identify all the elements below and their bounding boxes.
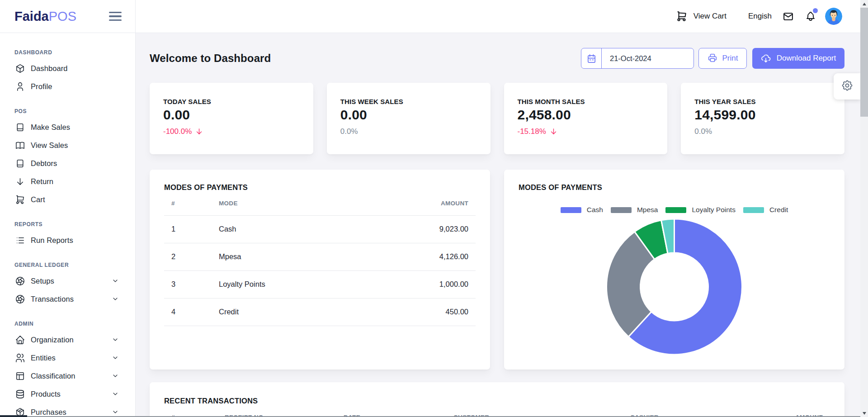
stat-value: 14,599.00 [694, 107, 831, 123]
payments-col-num: # [164, 192, 212, 215]
payment-num: 1 [164, 215, 212, 243]
menu-toggle-button[interactable] [109, 12, 122, 21]
avatar[interactable] [825, 8, 842, 25]
recent-col-cashier: CASHIER [623, 405, 731, 417]
payments-col-mode: MODE [212, 192, 366, 215]
stat-card: THIS MONTH SALES2,458.00-15.18% [504, 83, 668, 154]
sidebar-item-run-reports[interactable]: Run Reports [0, 231, 135, 249]
aperture-icon [14, 275, 25, 286]
payments-table-row: 2Mpesa4,126.00 [164, 243, 476, 270]
download-report-button[interactable]: Download Report [752, 48, 844, 69]
sidebar-item-organization[interactable]: Organization [0, 331, 135, 349]
date-picker[interactable]: 21-Oct-2024 [581, 48, 694, 69]
sidebar-item-make-sales[interactable]: Make Sales [0, 118, 135, 136]
stat-label: THIS YEAR SALES [694, 98, 831, 105]
sidebar-item-label: Classification [31, 372, 112, 380]
stat-value: 2,458.00 [518, 107, 654, 123]
mail-icon [783, 11, 794, 22]
sidebar-item-setups[interactable]: Setups [0, 272, 135, 290]
sidebar-item-products[interactable]: Products [0, 385, 135, 403]
sidebar-header: FaidaPOS [0, 0, 135, 33]
sidebar-item-label: Purchases [31, 408, 112, 417]
home-icon [14, 334, 25, 345]
print-button[interactable]: Print [698, 48, 747, 69]
stat-card: TODAY SALES0.00-100.0% [150, 83, 313, 154]
payments-table: # MODE AMOUNT 1Cash9,023.002Mpesa4,126.0… [164, 192, 476, 326]
menu-icon [109, 12, 122, 13]
notifications-button[interactable] [805, 11, 816, 22]
sidebar-item-label: Setups [31, 277, 112, 285]
view-cart-label: View Cart [693, 12, 726, 21]
recent-col-num: # [164, 405, 217, 417]
stat-card: THIS YEAR SALES14,599.000.0% [681, 83, 844, 154]
scrollbar-thumb[interactable] [860, 8, 868, 117]
sidebar-item-cart[interactable]: Cart [0, 190, 135, 208]
sidebar-item-entities[interactable]: Entities [0, 349, 135, 367]
payments-table-row: 1Cash9,023.00 [164, 215, 476, 243]
users-icon [14, 352, 25, 363]
scrollbar-down-button[interactable] [860, 409, 868, 417]
topbar-actions: View Cart Engish [676, 8, 860, 25]
stat-label: THIS MONTH SALES [518, 98, 654, 105]
payment-amount: 1,000.00 [366, 270, 476, 298]
messages-button[interactable] [783, 11, 794, 22]
settings-gear-button[interactable] [834, 73, 860, 100]
stat-value: 0.00 [340, 107, 477, 123]
chevron-down-icon [112, 277, 119, 284]
payment-mode: Mpesa [212, 243, 366, 270]
recent-transactions-card: RECENT TRANSACTIONS # RECEIPT NO DATE CU… [150, 382, 844, 417]
payment-mode: Credit [212, 298, 366, 326]
book-open-icon [14, 140, 25, 151]
user-icon [14, 81, 25, 92]
calendar-icon [581, 48, 602, 68]
payment-num: 4 [164, 298, 212, 326]
recent-col-amount: AMOUNT [731, 405, 830, 417]
chevron-down-icon [112, 408, 119, 416]
brand-accent: POS [49, 9, 76, 24]
view-cart-button[interactable]: View Cart [676, 10, 726, 22]
payment-amount: 4,126.00 [366, 243, 476, 270]
layout-icon [14, 370, 25, 381]
main-content: Welcome to Dashboard 21-Oct-2024 Print D… [136, 33, 860, 417]
sidebar-item-label: Entities [31, 354, 112, 362]
print-label: Print [722, 54, 738, 63]
nav-section-header: DASHBOARD [0, 47, 135, 58]
sidebar-item-label: Transactions [31, 295, 112, 303]
sidebar-item-transactions[interactable]: Transactions [0, 290, 135, 308]
payments-table-title: MODES OF PAYMENTS [164, 183, 476, 192]
sidebar-item-classification[interactable]: Classification [0, 367, 135, 385]
sidebar-item-return[interactable]: Return [0, 172, 135, 190]
sidebar-item-label: Return [31, 177, 119, 186]
payment-mode: Cash [212, 215, 366, 243]
sidebar-item-view-sales[interactable]: View Sales [0, 136, 135, 154]
sidebar-item-debtors[interactable]: Debtors [0, 154, 135, 172]
cart-icon [14, 194, 25, 205]
arrow-down-icon [14, 176, 25, 187]
sidebar-item-label: Dashboard [31, 64, 119, 73]
arrow-down-icon [195, 128, 203, 135]
sidebar-item-label: Organization [31, 336, 112, 344]
stat-value: 0.00 [163, 107, 300, 123]
language-selector[interactable]: Engish [748, 12, 772, 21]
chevron-down-icon [112, 354, 119, 361]
sidebar-item-profile[interactable]: Profile [0, 77, 135, 95]
nav-section-header: POS [0, 106, 135, 117]
payment-amount: 450.00 [366, 298, 476, 326]
payments-table-row: 3Loyalty Points1,000.00 [164, 270, 476, 298]
sidebar-item-label: Make Sales [31, 123, 119, 132]
sidebar-item-label: Products [31, 390, 112, 398]
payment-num: 2 [164, 243, 212, 270]
page-controls: 21-Oct-2024 Print Download Report [581, 48, 844, 69]
chevron-down-icon [112, 390, 119, 398]
payments-chart-card: MODES OF PAYMENTS CashMpesaLoyalty Point… [504, 170, 844, 370]
vertical-scrollbar [860, 0, 868, 417]
chevron-down-icon [112, 372, 119, 379]
stat-card: THIS WEEK SALES0.000.0% [327, 83, 491, 154]
sidebar: FaidaPOS DASHBOARDDashboardProfilePOSMak… [0, 0, 136, 417]
sidebar-item-dashboard[interactable]: Dashboard [0, 59, 135, 77]
donut-chart [504, 170, 844, 370]
brand-logo[interactable]: FaidaPOS [14, 9, 76, 24]
horizontal-scrollbar-thumb[interactable] [0, 415, 27, 417]
sidebar-item-label: Run Reports [31, 236, 119, 245]
scrollbar-up-button[interactable] [860, 0, 868, 8]
